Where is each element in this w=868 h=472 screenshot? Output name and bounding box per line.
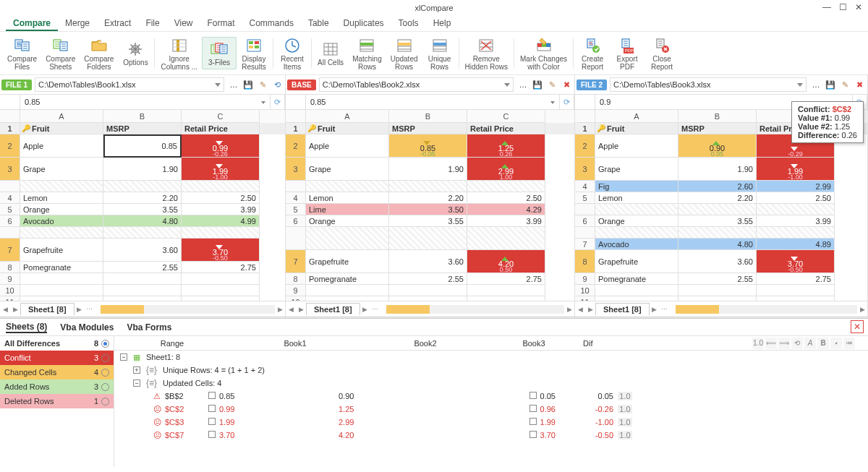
filter-added-rows[interactable]: Added Rows3 bbox=[0, 379, 114, 394]
close-file-icon[interactable]: ✖ bbox=[853, 78, 866, 91]
scroll-right[interactable]: ▶ bbox=[564, 304, 574, 314]
formula-bar[interactable]: 0.85 bbox=[20, 94, 271, 110]
menu-format[interactable]: Format bbox=[200, 16, 242, 31]
tab-next[interactable]: ▶ bbox=[296, 304, 306, 314]
ribbon-close-report[interactable]: Close Report bbox=[644, 34, 679, 73]
sheet-tab[interactable]: Sheet1 [8] bbox=[595, 303, 650, 315]
tab-menu[interactable]: ⋯ bbox=[370, 304, 380, 314]
scroll-right[interactable]: ▶ bbox=[275, 304, 285, 314]
menu-help[interactable]: Help bbox=[426, 16, 459, 31]
name-box[interactable] bbox=[575, 94, 595, 110]
radio-icon[interactable] bbox=[101, 340, 109, 348]
name-box[interactable] bbox=[0, 94, 20, 110]
refresh-icon[interactable]: ⟳ bbox=[560, 94, 574, 110]
tool-4[interactable]: ⟲ bbox=[791, 338, 803, 349]
tool-3[interactable]: ⟹ bbox=[778, 338, 790, 349]
apply-icon[interactable]: 1.0 bbox=[618, 392, 632, 400]
formula-bar[interactable]: 0.85 bbox=[306, 94, 560, 110]
ribbon-compare-folders[interactable]: Compare Folders bbox=[80, 34, 118, 73]
grid[interactable]: ABC1🔑FruitMSRPRetail Price2Apple0.850.99… bbox=[0, 110, 285, 301]
close-button[interactable]: ✕ bbox=[852, 1, 865, 13]
tool-1[interactable]: 1.0 bbox=[752, 338, 764, 349]
ribbon-remove-hidden-rows[interactable]: Remove Hidden Rows bbox=[461, 34, 512, 73]
tab-menu[interactable]: ⋯ bbox=[85, 304, 95, 314]
maximize-button[interactable]: ☐ bbox=[836, 1, 849, 13]
tab-next[interactable]: ▶ bbox=[585, 304, 595, 314]
menu-duplicates[interactable]: Duplicates bbox=[336, 16, 391, 31]
edit-icon[interactable]: ✎ bbox=[256, 78, 269, 91]
ribbon-create-report[interactable]: XLCreate Report bbox=[575, 34, 610, 73]
ribbon-options[interactable]: Options bbox=[118, 38, 153, 69]
ribbon-compare-sheets[interactable]: Compare Sheets bbox=[41, 34, 80, 73]
results-tab-1[interactable]: Vba Modules bbox=[60, 322, 114, 332]
menu-view[interactable]: View bbox=[167, 16, 200, 31]
filter-all-differences[interactable]: All Differences8 bbox=[0, 336, 114, 351]
diff-cell-$B$2[interactable]: ⚠ $B$2 0.85 0.90 0.05 0.05 1.0 bbox=[114, 390, 868, 403]
diff-cell-$C$2[interactable]: ☹ $C$2 0.99 1.25 0.96 -0.26 1.0 bbox=[114, 403, 868, 416]
col-header-A[interactable]: A bbox=[20, 110, 103, 123]
ribbon-compare-files[interactable]: XLCompare Files bbox=[3, 34, 41, 73]
h-scrollbar[interactable] bbox=[676, 305, 857, 314]
tool-2[interactable]: ⟸ bbox=[765, 338, 777, 349]
ribbon-matching-rows[interactable]: Matching Rows bbox=[348, 34, 386, 73]
menu-file[interactable]: File bbox=[138, 16, 166, 31]
file-path[interactable]: C:\Demo\Tables\Book3.xlsx bbox=[610, 77, 807, 92]
tab-menu[interactable]: ⋯ bbox=[660, 304, 670, 314]
ribbon-ignore-columns-[interactable]: Ignore Columns ... bbox=[156, 34, 202, 73]
h-scrollbar[interactable] bbox=[101, 305, 275, 314]
edit-icon[interactable]: ✎ bbox=[838, 78, 851, 91]
minimize-button[interactable]: — bbox=[820, 1, 833, 13]
unique-rows-node[interactable]: +{≡}Unique Rows: 4 = (1 + 1 + 2) bbox=[114, 364, 868, 377]
ribbon-export-pdf[interactable]: PDFExport PDF bbox=[610, 34, 644, 73]
tool-8[interactable]: ≔ bbox=[843, 338, 855, 349]
sheet-node[interactable]: −▦Sheet1: 8 bbox=[114, 351, 868, 364]
grid[interactable]: ABC1🔑FruitMSRPRetail Price2Apple0.85-0.0… bbox=[286, 110, 574, 301]
col-header-B[interactable]: B bbox=[103, 110, 182, 123]
menu-extract[interactable]: Extract bbox=[97, 16, 138, 31]
apply-icon[interactable]: 1.0 bbox=[618, 418, 632, 426]
ribbon--files[interactable]: 3-Files bbox=[202, 37, 237, 69]
h-scrollbar[interactable] bbox=[386, 305, 564, 314]
tool-5[interactable]: A bbox=[804, 338, 816, 349]
save-icon[interactable]: 💾 bbox=[824, 78, 837, 91]
col-header-B[interactable]: B bbox=[389, 110, 467, 123]
ellipsis-button[interactable]: … bbox=[227, 78, 240, 91]
col-header-C[interactable]: C bbox=[182, 110, 260, 123]
close-file-icon[interactable]: ✖ bbox=[560, 78, 573, 91]
updated-cells-node[interactable]: −{≡}Updated Cells: 4 bbox=[114, 377, 868, 390]
col-header-C[interactable]: C bbox=[467, 110, 545, 123]
edit-icon[interactable]: ✎ bbox=[545, 78, 558, 91]
ellipsis-button[interactable]: … bbox=[516, 78, 529, 91]
col-header-A[interactable]: A bbox=[595, 110, 678, 123]
tab-prev[interactable]: ◀ bbox=[286, 304, 296, 314]
ribbon-mark-changes-with-color[interactable]: Mark Changes with Color bbox=[516, 34, 571, 73]
tab-more[interactable]: ▶ bbox=[75, 304, 85, 314]
sheet-tab[interactable]: Sheet1 [8] bbox=[306, 303, 360, 315]
link-icon[interactable]: ⟲ bbox=[271, 78, 284, 91]
file-path[interactable]: C:\Demo\Tables\Book2.xlsx bbox=[319, 77, 514, 92]
menu-table[interactable]: Table bbox=[301, 16, 336, 31]
radio-icon[interactable] bbox=[101, 383, 109, 391]
name-box[interactable] bbox=[286, 94, 306, 110]
tool-6[interactable]: B bbox=[817, 338, 829, 349]
close-panel-button[interactable]: ✕ bbox=[851, 320, 864, 333]
results-tab-2[interactable]: Vba Forms bbox=[127, 322, 171, 332]
ribbon-display-results[interactable]: Display Results bbox=[237, 34, 271, 73]
radio-icon[interactable] bbox=[101, 398, 109, 406]
save-icon[interactable]: 💾 bbox=[531, 78, 544, 91]
menu-commands[interactable]: Commands bbox=[242, 16, 301, 31]
menu-compare[interactable]: Compare bbox=[6, 16, 58, 31]
sheet-tab[interactable]: Sheet1 [8] bbox=[20, 303, 75, 315]
file-path[interactable]: C:\Demo\Tables\Book1.xlsx bbox=[35, 77, 224, 92]
ribbon-unique-rows[interactable]: Unique Rows bbox=[422, 34, 457, 73]
refresh-icon[interactable]: ⟳ bbox=[271, 94, 285, 110]
filter-deleted-rows[interactable]: Deleted Rows1 bbox=[0, 394, 114, 408]
apply-icon[interactable]: 1.0 bbox=[618, 405, 632, 413]
tab-prev[interactable]: ◀ bbox=[575, 304, 585, 314]
col-header-A[interactable]: A bbox=[306, 110, 389, 123]
tab-more[interactable]: ▶ bbox=[650, 304, 660, 314]
menu-tools[interactable]: Tools bbox=[391, 16, 426, 31]
tab-more[interactable]: ▶ bbox=[360, 304, 370, 314]
tool-7[interactable]: ⋆ bbox=[830, 338, 842, 349]
radio-icon[interactable] bbox=[101, 354, 109, 362]
